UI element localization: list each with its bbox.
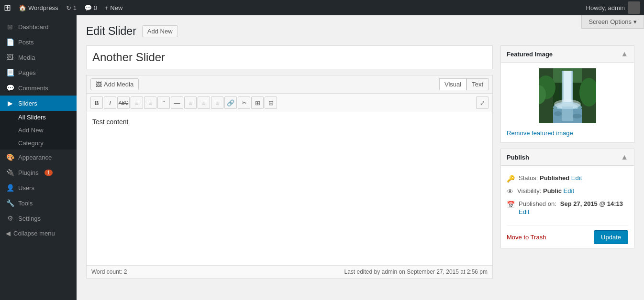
avatar xyxy=(628,1,640,14)
blockquote-button[interactable]: " xyxy=(157,96,170,109)
align-center-button[interactable]: ≡ xyxy=(198,96,210,109)
sidebar-item-users[interactable]: 👤 Users xyxy=(0,180,77,195)
ul-button[interactable]: ≡ xyxy=(131,96,143,109)
publish-title: Publish xyxy=(507,154,529,161)
plugins-badge: 1 xyxy=(44,170,53,176)
sidebar-item-appearance[interactable]: 🎨 Appearance xyxy=(0,150,77,165)
svg-rect-9 xyxy=(564,71,571,102)
published-on-edit-link[interactable]: Edit xyxy=(519,208,623,215)
users-icon: 👤 xyxy=(6,184,14,192)
collapse-icon: ◀ xyxy=(6,230,11,237)
publish-toggle-icon: ▲ xyxy=(621,153,628,161)
visibility-edit-link[interactable]: Edit xyxy=(564,187,574,194)
sidebar-item-sliders[interactable]: ▶ Sliders xyxy=(0,96,77,111)
italic-button[interactable]: I xyxy=(104,96,116,109)
editor-toolbar-top: 🖼 Add Media Visual Text xyxy=(87,75,492,94)
featured-image[interactable] xyxy=(539,68,596,123)
media-upload-icon: 🖼 xyxy=(96,81,102,88)
post-title-input[interactable] xyxy=(86,45,493,69)
sliders-submenu: All Sliders Add New Category xyxy=(0,111,77,150)
sliders-icon: ▶ xyxy=(6,99,14,107)
featured-image-body: Remove featured image xyxy=(501,63,634,142)
table-button[interactable]: ⊟ xyxy=(265,96,277,109)
ol-button[interactable]: ≡ xyxy=(144,96,156,109)
admin-bar-howdy: Howdy, admin xyxy=(586,1,640,14)
posts-icon: 📄 xyxy=(6,38,14,46)
align-left-button[interactable]: ≡ xyxy=(184,96,197,109)
status-icon: 🔑 xyxy=(507,175,515,182)
strikethrough-button[interactable]: ABC xyxy=(117,96,130,109)
add-media-button[interactable]: 🖼 Add Media xyxy=(90,78,139,90)
updates-icon: ↻ xyxy=(66,4,71,11)
sidebar-item-plugins[interactable]: 🔌 Plugins 1 xyxy=(0,165,77,180)
page-header: Edit Slider Add New xyxy=(86,25,634,38)
last-edited: Last edited by admin on September 27, 20… xyxy=(344,268,488,275)
update-button[interactable]: Update xyxy=(594,230,628,244)
calendar-icon: 📅 xyxy=(507,201,515,208)
svg-rect-16 xyxy=(562,107,573,121)
featured-image-toggle-icon: ▲ xyxy=(621,50,628,58)
svg-point-15 xyxy=(572,114,582,118)
admin-bar-comments[interactable]: 💬 0 xyxy=(84,4,97,11)
sidebar-item-settings[interactable]: ⚙ Settings xyxy=(0,211,77,226)
editor-footer: Word count: 2 Last edited by admin on Se… xyxy=(87,265,492,278)
sidebar-item-comments[interactable]: 💬 Comments xyxy=(0,80,77,96)
appearance-icon: 🎨 xyxy=(6,153,14,161)
featured-image-title: Featured Image xyxy=(507,51,553,58)
tab-visual[interactable]: Visual xyxy=(439,78,466,90)
comments-icon: 💬 xyxy=(84,4,92,11)
sidebar-item-pages[interactable]: 📃 Pages xyxy=(0,65,77,80)
sidebar-item-posts[interactable]: 📄 Posts xyxy=(0,34,77,50)
page-title: Edit Slider xyxy=(86,25,136,38)
publish-meta: 🔑 Status: Published Edit 👁 Vi xyxy=(507,170,628,225)
bold-button[interactable]: B xyxy=(90,96,103,109)
sidebar: ⊞ Dashboard 📄 Posts 🖼 Media 📃 Pages 💬 Co… xyxy=(0,15,77,300)
sidebar-item-tools[interactable]: 🔧 Tools xyxy=(0,195,77,211)
sidebar-sub-add-new[interactable]: Add New xyxy=(0,124,77,137)
unlink-button[interactable]: ✂ xyxy=(238,96,250,109)
publish-actions: Move to Trash Update xyxy=(507,225,628,244)
word-count: Word count: 2 xyxy=(91,268,127,275)
svg-point-14 xyxy=(554,111,562,116)
featured-image-panel: Featured Image ▲ xyxy=(500,45,634,143)
admin-bar-updates[interactable]: ↻ 1 xyxy=(66,4,77,11)
sidebar-item-media[interactable]: 🖼 Media xyxy=(0,50,77,65)
tab-text[interactable]: Text xyxy=(466,78,489,90)
published-on-row: 📅 Published on: Sep 27, 2015 @ 14:13 Edi… xyxy=(507,200,628,215)
comments-menu-icon: 💬 xyxy=(6,84,14,92)
admin-bar-site[interactable]: 🏠 Wordpress xyxy=(19,4,58,11)
sidebar-sub-category[interactable]: Category xyxy=(0,137,77,150)
publish-panel-header[interactable]: Publish ▲ xyxy=(501,149,634,166)
dashboard-icon: ⊞ xyxy=(6,23,14,31)
editor-wrap: 🖼 Add Media Visual Text B I ABC ≡ xyxy=(86,75,493,279)
publish-panel-body: 🔑 Status: Published Edit 👁 Vi xyxy=(501,166,634,248)
featured-image-panel-header[interactable]: Featured Image ▲ xyxy=(501,46,634,63)
fullscreen-button[interactable]: ⤢ xyxy=(476,96,489,109)
plugins-icon: 🔌 xyxy=(6,169,14,176)
status-row: 🔑 Status: Published Edit xyxy=(507,174,628,182)
media-icon: 🖼 xyxy=(6,54,14,61)
wp-logo[interactable]: ⊞ xyxy=(4,2,11,13)
admin-bar: ⊞ 🏠 Wordpress ↻ 1 💬 0 + New Howdy, admin xyxy=(0,0,644,15)
hr-button[interactable]: — xyxy=(171,96,183,109)
collapse-menu[interactable]: ◀ Collapse menu xyxy=(0,226,77,241)
editor-body[interactable]: Test content xyxy=(87,112,492,265)
status-edit-link[interactable]: Edit xyxy=(571,174,582,182)
content-area: 🖼 Add Media Visual Text B I ABC ≡ xyxy=(86,45,634,279)
insert-button[interactable]: ⊞ xyxy=(251,96,264,109)
move-to-trash-link[interactable]: Move to Trash xyxy=(507,234,546,241)
screen-options-button[interactable]: Screen Options ▾ xyxy=(581,15,644,29)
link-button[interactable]: 🔗 xyxy=(224,96,237,109)
publish-panel: Publish ▲ 🔑 Status: Published Edit xyxy=(500,149,634,248)
sidebar-item-dashboard[interactable]: ⊞ Dashboard xyxy=(0,19,77,34)
add-new-button[interactable]: Add New xyxy=(142,25,178,37)
align-right-button[interactable]: ≡ xyxy=(211,96,223,109)
sidebar-sub-all-sliders[interactable]: All Sliders xyxy=(0,111,77,124)
editor-section: 🖼 Add Media Visual Text B I ABC ≡ xyxy=(86,45,493,279)
main-content: Edit Slider Add New 🖼 Add Media Visual xyxy=(77,15,644,300)
admin-bar-new[interactable]: + New xyxy=(105,4,122,11)
remove-featured-image-link[interactable]: Remove featured image xyxy=(507,129,573,137)
featured-image-wrap xyxy=(507,68,628,125)
editor-formatting-toolbar: B I ABC ≡ ≡ " — ≡ ≡ ≡ 🔗 ✂ ⊞ ⊟ ⤢ xyxy=(87,94,492,112)
settings-icon: ⚙ xyxy=(6,214,14,222)
